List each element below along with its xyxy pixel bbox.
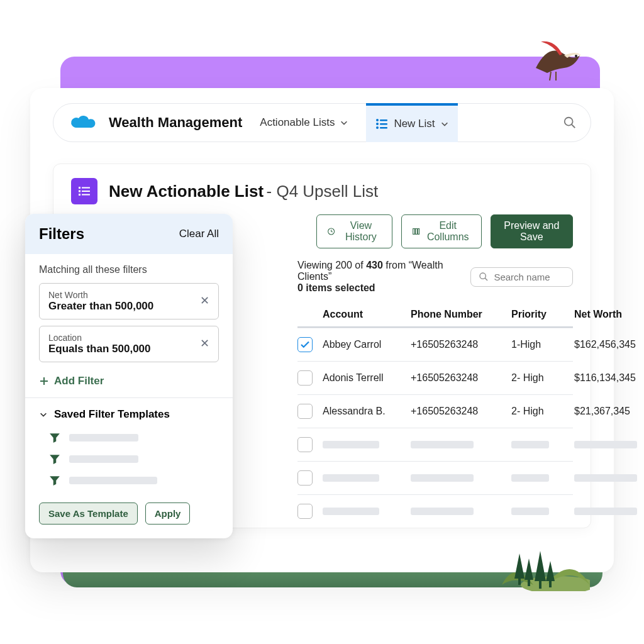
saved-template-item[interactable]	[39, 470, 219, 491]
chevron-down-icon	[340, 118, 348, 127]
match-mode-label: Matching all these filters	[39, 264, 219, 275]
row-checkbox[interactable]	[297, 437, 313, 452]
cell-account: Alessandra B.	[323, 406, 411, 417]
remove-filter-icon[interactable]: ✕	[200, 294, 209, 308]
cell-account: Adonis Terrell	[323, 372, 411, 384]
bird-illustration	[530, 36, 586, 83]
app-title: Wealth Management	[109, 114, 242, 131]
placeholder	[323, 508, 379, 515]
view-history-button[interactable]: View History	[316, 214, 392, 248]
svg-line-10	[572, 125, 575, 128]
row-checkbox[interactable]	[297, 504, 313, 519]
funnel-icon	[49, 432, 60, 443]
col-priority: Priority	[511, 309, 574, 320]
saved-template-item[interactable]	[39, 448, 219, 470]
cell-phone: +16505263248	[411, 372, 511, 384]
table-row[interactable]: Adonis Terrell +16505263248 2- High $116…	[297, 361, 573, 394]
cell-priority: 1-High	[511, 339, 574, 350]
chevron-down-icon	[39, 410, 48, 419]
apply-filters-button[interactable]: Apply	[145, 502, 191, 525]
funnel-icon	[49, 453, 60, 465]
svg-rect-25	[528, 579, 530, 586]
svg-rect-26	[539, 580, 541, 589]
chip-field: Net Worth	[48, 290, 153, 300]
plus-icon	[39, 376, 49, 386]
col-phone: Phone Number	[411, 309, 511, 320]
preview-and-save-button[interactable]: Preview and Save	[491, 214, 573, 248]
col-account: Account	[323, 309, 411, 320]
clock-icon	[327, 226, 335, 237]
cell-phone: +16505263248	[411, 406, 511, 417]
cell-phone: +16505263248	[411, 339, 511, 350]
cell-account: Abbey Carrol	[323, 339, 411, 350]
columns-icon	[412, 226, 420, 237]
placeholder	[511, 508, 549, 515]
svg-line-22	[485, 278, 487, 280]
chip-value: Equals than 500,000	[48, 343, 151, 355]
add-filter-button[interactable]: Add Filter	[39, 369, 219, 397]
svg-rect-20	[418, 229, 419, 235]
placeholder	[411, 441, 474, 448]
svg-rect-27	[549, 580, 552, 587]
viewing-summary: Viewing 200 of 430 from “Wealth Clients”…	[297, 260, 470, 294]
tab-new-list[interactable]: New List	[366, 103, 457, 142]
svg-point-9	[565, 118, 573, 126]
placeholder	[323, 441, 379, 448]
edit-columns-button[interactable]: Edit Collumns	[401, 214, 482, 248]
table-row[interactable]: Alessandra B. +16505263248 2- High $21,3…	[297, 394, 573, 428]
remove-filter-icon[interactable]: ✕	[200, 336, 209, 350]
clear-all-button[interactable]: Clear All	[179, 228, 219, 240]
svg-rect-19	[415, 229, 417, 235]
top-nav: Wealth Management Actionable Lists New L…	[53, 103, 591, 142]
placeholder	[511, 474, 549, 482]
filters-title: Filters	[39, 225, 84, 243]
chip-field: Location	[48, 333, 151, 343]
placeholder	[574, 474, 637, 482]
svg-rect-4	[380, 119, 387, 121]
results-table: Account Phone Number Priority Net Worth …	[297, 300, 573, 528]
cell-networth: $162,456,345	[574, 339, 644, 350]
filter-chip-location[interactable]: Location Equals than 500,000 ✕	[39, 326, 219, 362]
placeholder	[323, 474, 379, 482]
svg-rect-8	[380, 127, 387, 128]
filter-chip-networth[interactable]: Net Worth Greater than 500,000 ✕	[39, 283, 219, 319]
col-networth: Net Worth	[574, 309, 644, 320]
search-icon[interactable]	[563, 116, 577, 130]
filters-panel: Filters Clear All Matching all these fil…	[25, 214, 233, 538]
svg-rect-16	[82, 194, 90, 196]
saved-template-item[interactable]	[39, 427, 219, 448]
search-name-input[interactable]	[470, 267, 573, 287]
placeholder	[69, 434, 138, 441]
row-checkbox[interactable]	[297, 470, 313, 486]
svg-line-1	[550, 72, 551, 80]
table-header: Account Phone Number Priority Net Worth	[297, 300, 573, 328]
placeholder	[411, 474, 474, 482]
funnel-icon	[49, 475, 60, 486]
search-name-field[interactable]	[494, 272, 563, 282]
table-row[interactable]: Abbey Carrol +16505263248 1-High $162,45…	[297, 328, 573, 361]
svg-point-0	[575, 55, 577, 57]
list-icon	[375, 117, 389, 131]
chevron-down-icon	[440, 119, 449, 128]
svg-point-5	[376, 123, 379, 125]
trees-illustration	[477, 516, 590, 594]
saved-templates-toggle[interactable]: Saved Filter Templates	[39, 398, 219, 427]
placeholder	[511, 441, 549, 448]
row-checkbox[interactable]	[297, 337, 313, 352]
cell-networth: $116,134,345	[574, 372, 644, 384]
svg-rect-13	[79, 191, 80, 192]
list-badge-icon	[71, 178, 97, 204]
svg-rect-14	[82, 191, 90, 192]
placeholder	[69, 455, 138, 463]
row-checkbox[interactable]	[297, 370, 313, 386]
row-checkbox[interactable]	[297, 404, 313, 419]
placeholder	[411, 508, 474, 515]
svg-rect-24	[518, 577, 521, 585]
search-icon	[479, 272, 489, 282]
save-as-template-button[interactable]: Save As Template	[39, 502, 138, 525]
svg-point-3	[376, 119, 379, 121]
tab-actionable-lists[interactable]: Actionable Lists	[253, 113, 355, 133]
page-title: New Actionable List - Q4 Upsell List	[109, 182, 378, 201]
placeholder	[69, 477, 157, 484]
svg-rect-6	[380, 123, 387, 125]
